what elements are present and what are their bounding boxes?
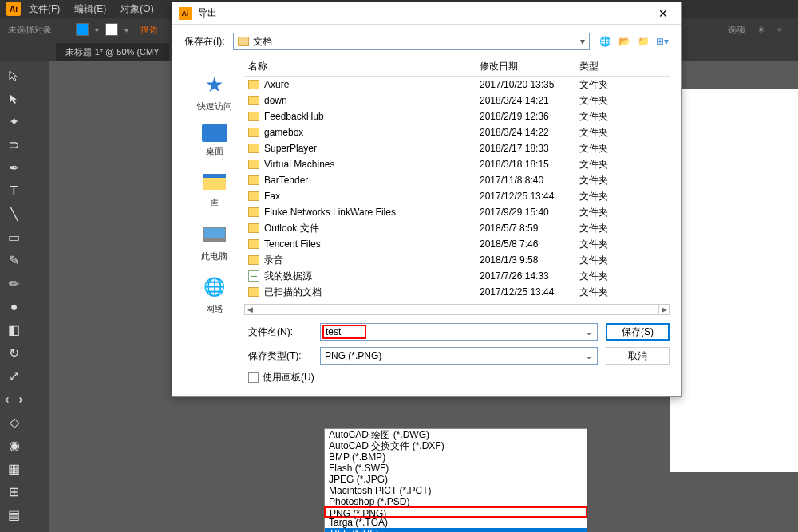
- eraser-tool[interactable]: ◧: [3, 319, 25, 341]
- gradient-tool[interactable]: ▤: [3, 504, 25, 526]
- save-in-label: 保存在(I):: [184, 35, 225, 49]
- fill-swatch[interactable]: [76, 23, 89, 36]
- file-row[interactable]: Fluke Networks LinkWare Files2017/9/29 1…: [244, 204, 670, 220]
- brightness-icon[interactable]: ☀: [757, 25, 765, 35]
- dropdown-option[interactable]: JPEG (*.JPG): [325, 474, 587, 485]
- file-row[interactable]: Axure2017/10/20 13:35文件夹: [244, 77, 670, 93]
- places-sidebar: ★ 快速访问 桌面 库 此电脑 🌐 网络: [184, 60, 244, 323]
- filename-label: 文件名(N):: [248, 325, 312, 339]
- sidebar-quickaccess[interactable]: ★ 快速访问: [197, 72, 232, 112]
- file-row[interactable]: Tencent Files2018/5/8 7:46文件夹: [244, 236, 670, 252]
- dropdown-option[interactable]: AutoCAD 交换文件 (*.DXF): [325, 440, 587, 451]
- mesh-tool[interactable]: ⊞: [3, 481, 25, 502]
- type-tool[interactable]: T: [3, 180, 25, 202]
- file-row[interactable]: Outlook 文件2018/5/7 8:59文件夹: [244, 220, 670, 236]
- file-list: Axure2017/10/20 13:35文件夹down2018/3/24 14…: [244, 77, 670, 300]
- computer-icon: [202, 222, 227, 247]
- dialog-title: 导出: [198, 6, 651, 20]
- file-row[interactable]: 已扫描的文档2017/12/25 13:44文件夹: [244, 284, 670, 300]
- dropdown-option[interactable]: AutoCAD 绘图 (*.DWG): [325, 429, 587, 440]
- dropdown-option[interactable]: BMP (*.BMP): [325, 451, 587, 463]
- filetype-label: 保存类型(T):: [248, 349, 312, 363]
- header-date[interactable]: 修改日期: [480, 60, 579, 73]
- rotate-tool[interactable]: ↻: [3, 342, 25, 364]
- pen-tool[interactable]: ✒: [3, 157, 25, 179]
- blob-brush-tool[interactable]: ●: [3, 296, 25, 317]
- sidebar-network[interactable]: 🌐 网络: [202, 274, 227, 315]
- artboards-label: 使用画板(U): [263, 371, 314, 384]
- save-button[interactable]: 保存(S): [606, 323, 670, 341]
- selection-status: 未选择对象: [8, 24, 52, 36]
- star-icon: ★: [202, 72, 227, 97]
- fill-dropdown-icon[interactable]: ▾: [95, 26, 99, 34]
- library-icon: [202, 169, 227, 195]
- dropdown-option[interactable]: Targa (*.TGA): [325, 517, 587, 528]
- dropdown-option[interactable]: TIFF (*.TIF): [325, 528, 587, 532]
- file-row[interactable]: gamebox2018/3/24 14:22文件夹: [244, 124, 670, 140]
- tools-panel: ✦ ⊃ ✒ T ╲ ▭ ✎ ✏ ● ◧ ↻ ⤢ ⟷ ◇ ◉ ▦ ⊞ ▤ ✎ ⧉ …: [0, 61, 49, 532]
- width-tool[interactable]: ⟷: [3, 388, 25, 410]
- scale-tool[interactable]: ⤢: [3, 365, 25, 387]
- close-button[interactable]: ✕: [651, 2, 675, 25]
- menu-object[interactable]: 对象(O): [120, 2, 153, 16]
- direct-selection-tool[interactable]: [3, 88, 25, 109]
- menu-file[interactable]: 文件(F): [29, 2, 60, 16]
- free-transform-tool[interactable]: ◇: [3, 412, 25, 433]
- dropdown-option[interactable]: Macintosh PICT (*.PCT): [325, 485, 587, 496]
- header-type[interactable]: 类型: [579, 60, 598, 73]
- file-row[interactable]: Virtual Machines2018/3/18 18:15文件夹: [244, 156, 670, 172]
- filetype-dropdown[interactable]: PNG (*.PNG): [320, 347, 598, 365]
- folder-icon: [238, 37, 249, 46]
- location-dropdown[interactable]: 文档: [233, 33, 590, 50]
- selection-tool[interactable]: [3, 65, 25, 86]
- new-folder-icon[interactable]: 📁: [636, 34, 650, 49]
- filetype-dropdown-list: AutoCAD 绘图 (*.DWG)AutoCAD 交换文件 (*.DXF)BM…: [324, 428, 587, 532]
- dropdown-option[interactable]: Flash (*.SWF): [325, 463, 587, 474]
- filename-input[interactable]: test: [320, 323, 598, 341]
- stroke-swatch[interactable]: [105, 23, 118, 36]
- document-tab[interactable]: 未标题-1* @ 50% (CMY: [56, 43, 169, 61]
- magic-wand-tool[interactable]: ✦: [3, 111, 25, 132]
- dropdown-option[interactable]: PNG (*.PNG): [324, 506, 587, 518]
- ai-icon: Ai: [179, 7, 192, 20]
- file-row[interactable]: FeedbackHub2018/2/19 12:36文件夹: [244, 108, 670, 124]
- sidebar-library[interactable]: 库: [202, 169, 227, 210]
- desktop-icon: [202, 124, 227, 142]
- perspective-tool[interactable]: ▦: [3, 458, 25, 479]
- shape-builder-tool[interactable]: ◉: [3, 435, 25, 456]
- dropdown-option[interactable]: Photoshop (*.PSD): [325, 496, 587, 507]
- stroke-dropdown-icon[interactable]: ▾: [124, 26, 128, 34]
- rectangle-tool[interactable]: ▭: [3, 227, 25, 248]
- paintbrush-tool[interactable]: ✎: [3, 250, 25, 271]
- artboards-checkbox[interactable]: [248, 372, 259, 383]
- view-icon[interactable]: ⊞▾: [655, 34, 670, 49]
- header-name[interactable]: 名称: [244, 60, 480, 73]
- sidebar-computer[interactable]: 此电脑: [201, 222, 227, 262]
- line-tool[interactable]: ╲: [3, 203, 25, 225]
- scroll-right[interactable]: ▶: [658, 304, 670, 315]
- lasso-tool[interactable]: ⊃: [3, 134, 25, 156]
- ai-logo: Ai: [6, 2, 21, 16]
- eyedropper-tool[interactable]: ✎: [3, 527, 25, 532]
- up-icon[interactable]: 📂: [617, 34, 631, 49]
- scroll-left[interactable]: ◀: [244, 304, 255, 315]
- scroll-track[interactable]: [255, 304, 658, 315]
- file-row[interactable]: down2018/3/24 14:21文件夹: [244, 93, 670, 108]
- back-icon[interactable]: 🌐: [598, 34, 612, 49]
- artboard[interactable]: [670, 89, 798, 472]
- export-dialog: Ai 导出 ✕ 保存在(I): 文档 🌐 📂 📁 ⊞▾ ★ 快速访问: [172, 2, 682, 397]
- file-row[interactable]: 我的数据源2017/7/26 14:33文件夹: [244, 268, 670, 284]
- pencil-tool[interactable]: ✏: [3, 273, 25, 294]
- network-icon: 🌐: [202, 274, 227, 300]
- options-label[interactable]: 选项: [728, 24, 745, 36]
- stroke-label: 描边: [140, 24, 158, 36]
- file-row[interactable]: 录音2018/1/3 9:58文件夹: [244, 252, 670, 268]
- file-row[interactable]: Fax2017/12/25 13:44文件夹: [244, 188, 670, 204]
- menu-edit[interactable]: 编辑(E): [74, 2, 106, 16]
- cancel-button[interactable]: 取消: [606, 347, 670, 365]
- file-row[interactable]: SuperPlayer2018/2/17 18:33文件夹: [244, 140, 670, 156]
- file-row[interactable]: BarTender2017/11/8 8:40文件夹: [244, 172, 670, 188]
- sidebar-desktop[interactable]: 桌面: [202, 124, 227, 157]
